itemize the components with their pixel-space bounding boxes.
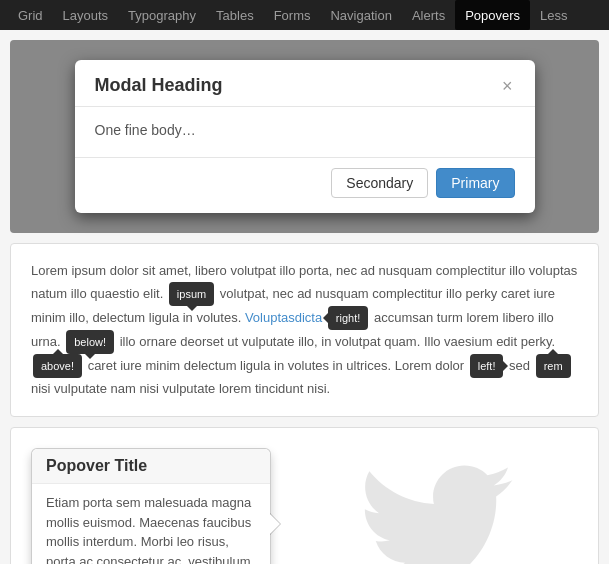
modal-footer: Secondary Primary bbox=[75, 157, 535, 213]
tooltip-text-block: Lorem ipsum dolor sit amet, libero volut… bbox=[31, 263, 577, 396]
popover-section: Popover Title Etiam porta sem malesuada … bbox=[10, 427, 599, 564]
twitter-bird-icon bbox=[291, 448, 578, 564]
nav-layouts[interactable]: Layouts bbox=[53, 0, 119, 30]
tooltip-voluptasdicta-link[interactable]: Voluptasdicta bbox=[245, 310, 322, 325]
tooltip-ipsum-bubble: ipsum bbox=[169, 282, 214, 306]
tooltip-below-bubble: below! bbox=[66, 330, 114, 354]
tooltip-above-bubble: above! bbox=[33, 354, 82, 378]
tooltip-ipsum[interactable]: ipsum bbox=[169, 282, 214, 306]
popover-content: Etiam porta sem malesuada magna mollis e… bbox=[32, 484, 270, 564]
tooltip-rem[interactable]: rem bbox=[536, 354, 571, 378]
tooltip-rem-bubble: rem bbox=[536, 354, 571, 378]
nav-popovers[interactable]: Popovers bbox=[455, 0, 530, 30]
modal-title: Modal Heading bbox=[95, 75, 223, 96]
modal-header: Modal Heading × bbox=[75, 60, 535, 107]
nav-forms[interactable]: Forms bbox=[264, 0, 321, 30]
modal-dialog: Modal Heading × One fine body… Secondary… bbox=[75, 60, 535, 213]
tooltip-left[interactable]: left! bbox=[470, 354, 504, 378]
tooltip-below[interactable]: below! bbox=[66, 330, 114, 354]
nav-tables[interactable]: Tables bbox=[206, 0, 264, 30]
primary-button[interactable]: Primary bbox=[436, 168, 514, 198]
nav-typography[interactable]: Typography bbox=[118, 0, 206, 30]
popover-box: Popover Title Etiam porta sem malesuada … bbox=[31, 448, 271, 564]
popover-title: Popover Title bbox=[32, 449, 270, 484]
nav-navigation[interactable]: Navigation bbox=[320, 0, 401, 30]
nav-grid[interactable]: Grid bbox=[8, 0, 53, 30]
navbar: Grid Layouts Typography Tables Forms Nav… bbox=[0, 0, 609, 30]
modal-body: One fine body… bbox=[75, 107, 535, 157]
tooltip-right-bubble: right! bbox=[328, 306, 368, 330]
tooltip-above[interactable]: above! bbox=[33, 354, 82, 378]
tooltip-right[interactable]: right! bbox=[328, 306, 368, 330]
modal-body-text: One fine body… bbox=[95, 122, 196, 138]
modal-close-button[interactable]: × bbox=[500, 77, 515, 95]
nav-alerts[interactable]: Alerts bbox=[402, 0, 455, 30]
tooltip-left-bubble: left! bbox=[470, 354, 504, 378]
nav-less[interactable]: Less bbox=[530, 0, 577, 30]
tooltip-section: Lorem ipsum dolor sit amet, libero volut… bbox=[10, 243, 599, 417]
modal-section: Modal Heading × One fine body… Secondary… bbox=[10, 40, 599, 233]
secondary-button[interactable]: Secondary bbox=[331, 168, 428, 198]
